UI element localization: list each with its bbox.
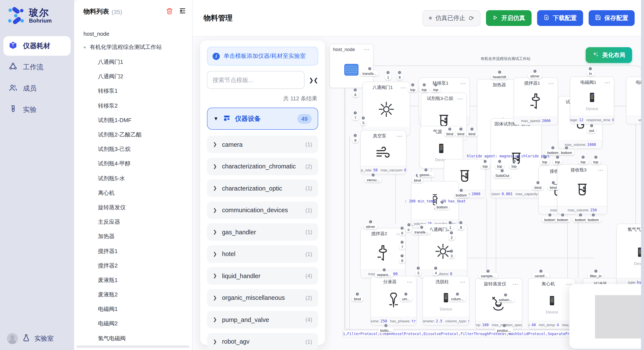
canvas-node[interactable]: 搅拌器1•••max_speed: 2000	[514, 77, 558, 125]
port-label[interactable]: bind	[548, 184, 559, 190]
more-icon[interactable]: •••	[604, 80, 610, 85]
more-icon[interactable]: •••	[460, 81, 466, 86]
port-label[interactable]: 6	[399, 230, 405, 236]
category-organic_miscellaneous[interactable]: ❯organic_miscellaneous(2)	[207, 289, 318, 306]
more-icon[interactable]: •••	[598, 168, 604, 173]
port-label[interactable]: filter_in	[588, 273, 604, 279]
more-icon[interactable]: •••	[548, 81, 554, 86]
port-label[interactable]: SolidOut	[493, 173, 511, 178]
tree-item[interactable]: 加热器	[74, 229, 192, 244]
tree-item[interactable]: 离心机	[74, 186, 192, 200]
port-label[interactable]: sample...	[479, 273, 498, 279]
more-icon[interactable]: •••	[397, 134, 402, 138]
port-label[interactable]: 7	[352, 115, 358, 120]
port-label[interactable]: botto...	[378, 328, 394, 333]
canvas-node[interactable]: 电磁阀1•••Devicevoltage: 12response_time: 0…	[570, 77, 614, 124]
port-label[interactable]: bind	[444, 131, 455, 137]
category-instruments[interactable]: ▼仪器设备49	[207, 108, 318, 130]
port-label[interactable]: 4	[433, 270, 439, 276]
port-label[interactable]: in	[587, 71, 594, 76]
port-label[interactable]: gasso...	[418, 172, 434, 177]
tree-item[interactable]: 氢气电磁阀	[74, 331, 192, 346]
canvas-node[interactable]: 八通阀门1•••positions: 8	[362, 82, 410, 136]
panel-collapse-icon[interactable]: ❯❮	[309, 77, 318, 83]
port-label[interactable]: 5	[415, 270, 422, 276]
port-label[interactable]: solven...	[497, 297, 514, 302]
category-characterization_chromatic[interactable]: ❯characterization_chromatic(2)	[207, 158, 318, 175]
simulation-status-pill[interactable]: 仿真已停止 ⟳	[423, 10, 480, 26]
port-label[interactable]: top	[553, 159, 562, 165]
beautify-layout-button[interactable]: 美化布局	[586, 47, 632, 63]
port-label[interactable]: top	[510, 163, 519, 169]
port-label[interactable]: top	[578, 159, 588, 165]
port-label[interactable]: separa...	[375, 272, 393, 277]
sidebar-item-experiments[interactable]: 实验	[4, 100, 71, 120]
trash-icon[interactable]	[166, 7, 173, 16]
tree-item[interactable]: 试剂瓶3-己烷	[74, 142, 192, 157]
port-label[interactable]: transfe...	[412, 229, 430, 235]
category-camera[interactable]: ❯camera(1)	[207, 136, 318, 153]
category-robot_agv[interactable]: ❯robot_agv(1)	[207, 333, 318, 350]
more-icon[interactable]: •••	[400, 85, 406, 90]
more-icon[interactable]: •••	[512, 282, 518, 286]
canvas-node[interactable]: 离心机•••Devicep: 40min_temp: 4max_spe	[528, 278, 576, 329]
tree-item[interactable]: 废液瓶2	[74, 288, 192, 302]
category-characterization_optic[interactable]: ❯characterization_optic(1)	[207, 179, 318, 197]
port-label[interactable]: 8	[396, 74, 403, 80]
tree-item[interactable]: 电磁阀1	[74, 302, 192, 316]
port-label[interactable]: top	[540, 159, 550, 165]
port-label[interactable]: vacuu...	[364, 177, 382, 182]
port-label[interactable]: top	[495, 163, 504, 169]
port-label[interactable]: 8	[399, 258, 405, 263]
port-label[interactable]: top	[591, 159, 600, 165]
port-label[interactable]: 8	[458, 224, 464, 230]
save-config-button[interactable]: 保存配置	[589, 10, 635, 26]
port-label[interactable]: 6	[352, 92, 358, 97]
tree-item[interactable]: 废液瓶1	[74, 273, 192, 288]
port-label[interactable]: bottom	[559, 150, 574, 155]
port-label[interactable]: bottom	[555, 217, 570, 222]
port-label[interactable]: 7	[399, 244, 405, 250]
port-label[interactable]: top	[480, 163, 490, 169]
category-pump_and_valve[interactable]: ❯pump_and_valve(4)	[207, 311, 318, 328]
port-label[interactable]: out	[587, 128, 596, 133]
canvas-node[interactable]: 氢气气源•••Device_type: hydrogen	[616, 224, 644, 287]
sidebar-item-instruments[interactable]: 仪器耗材	[4, 36, 71, 56]
tree-item[interactable]: 试剂瓶5-水	[74, 171, 192, 186]
sidebar-footer[interactable]: 实验室	[0, 333, 74, 344]
tree-item[interactable]: 试剂瓶4-甲醇	[74, 157, 192, 171]
more-icon[interactable]: •••	[407, 280, 413, 284]
port-label[interactable]: bottom	[454, 192, 469, 198]
tree-item[interactable]: 电磁阀2	[74, 317, 192, 331]
canvas-node[interactable]: 真空泵•••ump_rate: 50max_vacuum: 0.1	[360, 130, 406, 174]
port-label[interactable]: centrif...	[532, 273, 550, 279]
more-icon[interactable]: •••	[460, 280, 466, 284]
port-label[interactable]: bind	[532, 184, 544, 190]
port-label[interactable]: bind	[412, 177, 423, 183]
port-label[interactable]: stirrer	[528, 73, 542, 79]
search-template-input[interactable]	[207, 71, 304, 89]
download-config-button[interactable]: 下载配置	[537, 10, 583, 26]
port-label[interactable]: bottom	[586, 217, 601, 222]
port-label[interactable]: 1	[385, 74, 391, 80]
vertical-scrollbar[interactable]	[641, 0, 644, 350]
port-label[interactable]: top	[408, 87, 418, 92]
horizontal-scrollbar[interactable]	[76, 345, 190, 348]
category-hotel[interactable]: ❯hotel(1)	[207, 245, 318, 263]
collapse-list-icon[interactable]	[179, 7, 186, 16]
tree-item[interactable]: 八通阀门2	[74, 69, 192, 84]
port-label[interactable]: 8	[352, 137, 358, 143]
port-label[interactable]: bind	[466, 131, 478, 137]
tree-item[interactable]: 主反应器	[74, 215, 192, 229]
tree-item[interactable]: 转移泵1	[74, 84, 192, 98]
port-label[interactable]: 3	[448, 253, 455, 259]
tree-item[interactable]: 转移泵2	[74, 98, 192, 113]
tree-item[interactable]: 搅拌器1	[74, 244, 192, 258]
tree-item[interactable]: 旋转蒸发仪	[74, 200, 192, 215]
port-label[interactable]: bind	[455, 131, 466, 137]
port-label[interactable]: heatchill	[491, 74, 508, 80]
port-label[interactable]: 5	[360, 120, 366, 126]
category-liquid_handler[interactable]: ❯liquid_handler(4)	[207, 267, 318, 285]
canvas-node[interactable]: 旋转蒸发仪•••temp: 180max_rotation_speed:	[475, 278, 522, 329]
tree-group-workstation[interactable]: ▼ 有机化学流程综合测试工作站	[74, 39, 192, 55]
